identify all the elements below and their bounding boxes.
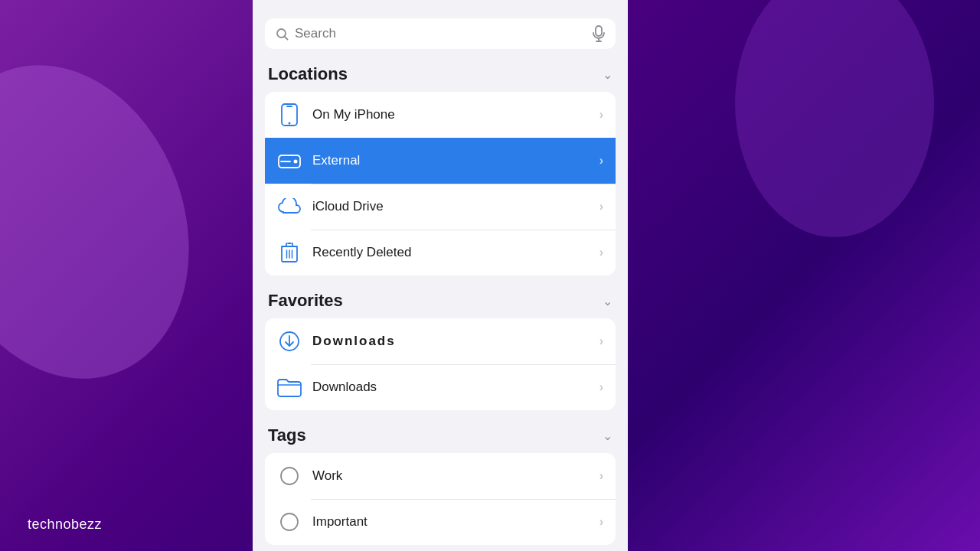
trash-icon (277, 240, 302, 265)
icloud-icon (277, 194, 302, 219)
on-my-iphone-label: On My iPhone (312, 107, 589, 122)
downloads-arrow-label: Downloads (312, 334, 589, 349)
important-chevron: › (599, 515, 603, 529)
svg-line-1 (285, 36, 288, 39)
tags-collapse-icon[interactable]: ⌄ (603, 429, 612, 443)
tags-item-important[interactable]: Important › (265, 499, 616, 545)
downloads-folder-label: Downloads (312, 380, 589, 395)
tags-item-work[interactable]: Work › (265, 453, 616, 499)
important-label: Important (312, 514, 589, 530)
favorites-item-downloads-folder[interactable]: Downloads › (265, 364, 616, 410)
external-chevron: › (599, 154, 603, 168)
work-chevron: › (599, 469, 603, 483)
work-tag-icon (277, 464, 302, 488)
microphone-icon[interactable] (593, 25, 605, 42)
favorites-collapse-icon[interactable]: ⌄ (603, 294, 612, 308)
favorites-list: Downloads › Downloads › (265, 318, 616, 410)
locations-item-recently-deleted[interactable]: Recently Deleted › (265, 230, 616, 276)
svg-point-7 (289, 122, 291, 125)
folder-icon (277, 375, 302, 399)
search-bar[interactable] (265, 18, 616, 49)
icloud-chevron: › (599, 200, 603, 214)
svg-point-22 (281, 468, 298, 484)
locations-collapse-icon[interactable]: ⌄ (603, 67, 612, 82)
locations-item-on-my-iphone[interactable]: On My iPhone › (265, 92, 616, 138)
tags-title: Tags (268, 425, 306, 445)
favorites-header: Favorites ⌄ (253, 291, 628, 318)
downloads-arrow-chevron: › (599, 334, 603, 348)
svg-point-23 (281, 514, 298, 530)
favorites-item-downloads-arrow[interactable]: Downloads › (265, 318, 616, 364)
svg-point-9 (294, 160, 298, 164)
locations-header: Locations ⌄ (253, 64, 628, 92)
search-icon (276, 28, 289, 41)
tags-list: Work › Important › (265, 453, 616, 545)
files-panel: Locations ⌄ On My iPhone › (253, 0, 628, 551)
search-input[interactable] (295, 26, 586, 41)
locations-item-icloud[interactable]: iCloud Drive › (265, 184, 616, 230)
iphone-icon (277, 103, 302, 127)
icloud-label: iCloud Drive (312, 199, 589, 214)
external-drive-icon (277, 148, 302, 173)
favorites-title: Favorites (268, 291, 343, 311)
svg-rect-2 (596, 26, 602, 36)
important-tag-icon (277, 510, 302, 534)
locations-item-external[interactable]: External › (265, 138, 616, 184)
locations-title: Locations (268, 64, 348, 84)
download-arrow-icon (277, 329, 302, 354)
downloads-folder-chevron: › (599, 380, 603, 394)
recently-deleted-chevron: › (599, 246, 603, 259)
tags-header: Tags ⌄ (253, 425, 628, 453)
recently-deleted-label: Recently Deleted (312, 245, 589, 260)
brand-label: technobezz (28, 517, 102, 533)
external-label: External (312, 153, 589, 168)
work-label: Work (312, 468, 589, 484)
on-my-iphone-chevron: › (599, 108, 603, 122)
locations-list: On My iPhone › External › iCloud Dri (265, 92, 616, 276)
